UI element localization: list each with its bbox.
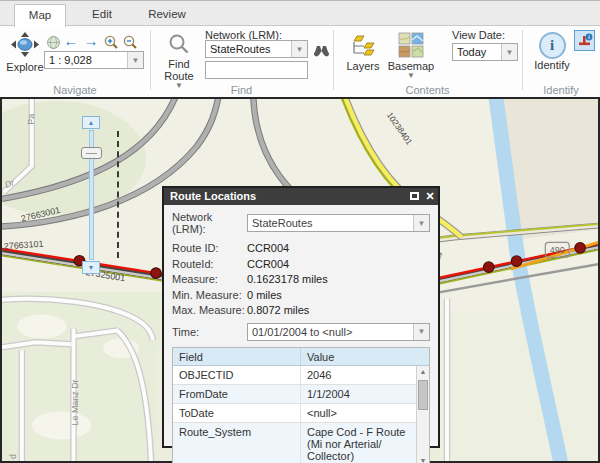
time-combobox[interactable]: 01/01/2004 to <null> ▼: [247, 323, 430, 341]
identify-route-locations-button[interactable]: i: [574, 30, 595, 51]
route-shield-label: 490: [550, 245, 565, 255]
group-label-find: Find: [150, 84, 333, 96]
time-label: Time:: [172, 326, 247, 338]
routeid-label: RouteId:: [172, 257, 247, 273]
globe-icon: [46, 35, 61, 50]
chevron-down-icon[interactable]: ▼: [291, 41, 307, 57]
table-header-row: Field Value: [173, 348, 429, 366]
tab-review[interactable]: Review: [138, 4, 196, 26]
previous-extent-button[interactable]: ←: [62, 32, 80, 50]
arrow-right-icon: →: [84, 33, 99, 49]
max-measure-label: Max. Measure:: [172, 303, 247, 319]
binoculars-icon: [313, 43, 330, 57]
map-scale-combobox[interactable]: 1 : 9,028 ▼: [44, 51, 144, 69]
view-date-value: Today: [453, 44, 501, 60]
zoom-out-button[interactable]: [121, 33, 139, 51]
cell-value: <null>: [301, 404, 416, 422]
table-row[interactable]: Route_System Cape Cod - F Route (Mi nor …: [173, 423, 416, 463]
route-id-input[interactable]: [205, 61, 308, 79]
layers-icon: [350, 32, 376, 60]
table-scrollbar[interactable]: ▲ ▼: [416, 366, 429, 463]
search-icon: [167, 32, 191, 58]
tab-edit[interactable]: Edit: [76, 4, 128, 26]
identify-route-icon: i: [577, 33, 593, 49]
min-measure-label: Min. Measure:: [172, 288, 247, 304]
network-lrm-value: StateRoutes: [206, 41, 291, 57]
find-route-label: Find Route: [158, 58, 200, 82]
max-measure-value: 0.8072 miles: [247, 303, 309, 319]
slider-zoom-in-button[interactable]: ▲: [82, 116, 100, 129]
dialog-titlebar[interactable]: Route Locations ✕: [164, 188, 438, 205]
slider-zoom-out-button[interactable]: ▼: [82, 261, 100, 274]
ribbon: Explore ← →: [0, 26, 600, 97]
zoom-in-icon: [103, 34, 119, 50]
group-label-contents: Contents: [333, 84, 522, 96]
map-scale-value: 1 : 9,028: [45, 52, 127, 68]
dialog-network-value: StateRoutes: [248, 215, 413, 231]
table-row[interactable]: OBJECTID 2046: [173, 366, 416, 385]
ribbon-tabstrip: Map Edit Review: [0, 0, 600, 26]
view-date-label: View Date:: [452, 29, 505, 41]
app-window: Map Edit Review Explore: [0, 0, 600, 463]
cell-field: FromDate: [173, 385, 301, 403]
chevron-down-icon[interactable]: ▼: [127, 52, 143, 68]
zoom-out-icon: [122, 34, 138, 50]
table-row[interactable]: FromDate 1/1/2004: [173, 385, 416, 404]
chevron-down-icon[interactable]: ▼: [413, 215, 429, 231]
identify-icon: i: [539, 32, 566, 59]
view-date-combobox[interactable]: Today ▼: [452, 43, 518, 61]
layers-label: Layers: [346, 60, 379, 72]
next-extent-button[interactable]: →: [82, 32, 100, 50]
search-routes-button[interactable]: [312, 41, 330, 59]
route-locations-dialog: Route Locations ✕ Network (LRM): StateRo…: [162, 186, 440, 448]
close-icon[interactable]: ✕: [422, 188, 438, 205]
scroll-down-icon[interactable]: ▼: [417, 457, 429, 463]
explore-button[interactable]: Explore: [3, 31, 47, 73]
maximize-button[interactable]: [406, 188, 422, 205]
chevron-down-icon: ▼: [407, 72, 415, 80]
full-extent-button[interactable]: [44, 33, 62, 51]
group-label-identify: Identify: [522, 84, 600, 96]
group-label-navigate: Navigate: [0, 84, 150, 96]
explore-pan-icon: [10, 31, 40, 61]
cell-value: 2046: [301, 366, 416, 384]
street-label: Pa: [26, 114, 36, 125]
tab-map[interactable]: Map: [14, 4, 66, 27]
basemap-icon: [398, 32, 424, 60]
dialog-network-label: Network (LRM):: [172, 211, 247, 235]
group-separator: [522, 30, 523, 90]
slider-tick-marks: [117, 131, 119, 258]
cell-field: Route_System: [173, 423, 301, 463]
zoom-in-button[interactable]: [102, 33, 120, 51]
scroll-up-icon[interactable]: ▲: [417, 368, 429, 375]
layers-button[interactable]: Layers: [342, 32, 384, 72]
map-zoom-slider: ▲ ▼: [78, 115, 128, 277]
route-id-value: CCR004: [247, 241, 289, 257]
route-id-label: Route ID:: [172, 241, 247, 257]
dialog-network-combobox[interactable]: StateRoutes ▼: [247, 214, 430, 232]
routeid-value: CCR004: [247, 257, 289, 273]
min-measure-value: 0 miles: [247, 288, 282, 304]
table-row[interactable]: ToDate <null>: [173, 404, 416, 423]
group-separator: [333, 30, 334, 90]
column-header-value: Value: [301, 348, 429, 365]
cell-value: 1/1/2004: [301, 385, 416, 403]
cell-value: Cape Cod - F Route (Mi nor Arterial/ Col…: [301, 423, 416, 463]
attributes-table: Field Value OBJECTID 2046 FromDate 1/1/2…: [172, 347, 430, 463]
scrollbar-thumb[interactable]: [418, 380, 428, 410]
explore-label: Explore: [6, 61, 43, 73]
group-separator: [150, 30, 151, 90]
identify-button[interactable]: i Identify: [530, 32, 574, 71]
cell-field: ToDate: [173, 404, 301, 422]
time-value: 01/01/2004 to <null>: [248, 324, 413, 340]
arrow-left-icon: ←: [64, 33, 79, 49]
network-lrm-combobox[interactable]: StateRoutes ▼: [205, 40, 308, 58]
dialog-body: Network (LRM): StateRoutes ▼ Route ID:CC…: [164, 205, 438, 463]
basemap-button[interactable]: Basemap ▼: [386, 32, 436, 80]
chevron-down-icon[interactable]: ▼: [413, 324, 429, 340]
slider-thumb[interactable]: [81, 147, 102, 159]
find-route-button[interactable]: Find Route ▼: [158, 32, 200, 90]
street-label: d: [8, 454, 18, 459]
identify-label: Identify: [534, 59, 569, 71]
chevron-down-icon[interactable]: ▼: [501, 44, 517, 60]
